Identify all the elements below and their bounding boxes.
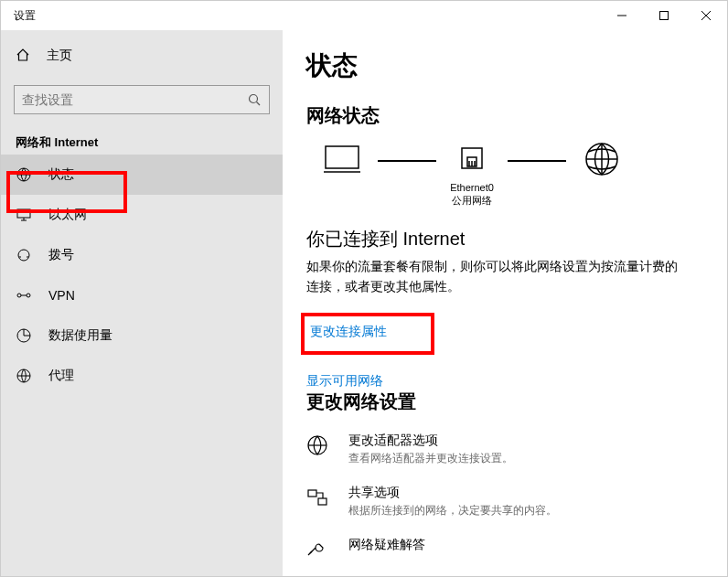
sidebar-item-label: 数据使用量 xyxy=(48,327,112,344)
proxy-icon xyxy=(16,369,32,383)
vpn-icon xyxy=(16,288,32,303)
search-box[interactable] xyxy=(14,85,270,114)
svg-rect-33 xyxy=(318,498,327,505)
option-desc: 查看网络适配器并更改连接设置。 xyxy=(348,451,513,466)
option-title: 更改适配器选项 xyxy=(348,433,513,449)
sidebar-item-label: 拨号 xyxy=(48,247,74,263)
svg-line-34 xyxy=(308,551,312,555)
sidebar-item-ethernet[interactable]: 以太网 xyxy=(1,195,283,235)
sidebar-home[interactable]: 主页 xyxy=(1,36,283,76)
close-button[interactable] xyxy=(685,1,727,30)
diagram-line xyxy=(378,160,436,162)
share-icon xyxy=(306,485,332,511)
section-network-status: 网络状态 xyxy=(306,103,707,128)
sidebar-home-label: 主页 xyxy=(47,48,72,64)
home-icon xyxy=(16,48,30,65)
sidebar-item-status[interactable]: 状态 xyxy=(1,155,283,195)
option-desc: 根据所连接到的网络，决定要共享的内容。 xyxy=(348,503,557,518)
sidebar-item-label: VPN xyxy=(48,288,75,303)
sidebar-item-label: 以太网 xyxy=(48,207,87,223)
adapter-name: Ethernet0 xyxy=(450,181,494,194)
connected-description: 如果你的流量套餐有限制，则你可以将此网络设置为按流量计费的连接，或者更改其他属性… xyxy=(306,257,681,296)
globe-icon xyxy=(306,433,332,459)
change-connection-properties-link[interactable]: 更改连接属性 xyxy=(310,324,387,340)
connected-heading: 你已连接到 Internet xyxy=(306,227,707,251)
dialup-icon xyxy=(16,248,32,262)
network-diagram: Ethernet0 公用网络 xyxy=(310,141,707,210)
highlight-box-link: 更改连接属性 xyxy=(301,313,434,355)
sidebar: 主页 网络和 Internet 状态 xyxy=(1,30,283,576)
sidebar-item-label: 代理 xyxy=(48,368,74,384)
maximize-button[interactable] xyxy=(643,1,685,30)
svg-rect-32 xyxy=(308,490,316,497)
page-title: 状态 xyxy=(306,48,707,83)
sidebar-item-proxy[interactable]: 代理 xyxy=(1,356,283,396)
sidebar-category: 网络和 Internet xyxy=(16,134,283,151)
window-title: 设置 xyxy=(1,8,36,24)
titlebar: 设置 xyxy=(1,1,727,30)
troubleshoot-icon xyxy=(306,537,332,563)
svg-line-5 xyxy=(257,102,261,106)
svg-rect-20 xyxy=(326,146,359,168)
diagram-adapter: Ethernet0 公用网络 xyxy=(440,143,504,208)
option-sharing[interactable]: 共享选项 根据所连接到的网络，决定要共享的内容。 xyxy=(306,485,707,518)
option-title: 共享选项 xyxy=(348,485,557,501)
option-troubleshoot[interactable]: 网络疑难解答 xyxy=(306,537,707,563)
show-available-networks-link[interactable]: 显示可用网络 xyxy=(306,373,383,390)
adapter-type: 公用网络 xyxy=(450,194,494,207)
sidebar-item-label: 状态 xyxy=(48,166,74,183)
globe-icon xyxy=(16,167,32,182)
data-usage-icon xyxy=(16,328,32,343)
sidebar-item-datausage[interactable]: 数据使用量 xyxy=(1,315,283,356)
option-adapter[interactable]: 更改适配器选项 查看网络适配器并更改连接设置。 xyxy=(306,433,707,466)
search-input[interactable] xyxy=(15,92,240,107)
window-controls xyxy=(601,1,727,30)
diagram-line xyxy=(508,160,566,162)
search-icon xyxy=(240,93,269,106)
svg-point-15 xyxy=(27,294,30,297)
main-content: 状态 网络状态 xyxy=(283,30,727,576)
monitor-icon xyxy=(16,208,32,222)
svg-rect-8 xyxy=(17,209,30,218)
svg-point-14 xyxy=(17,294,21,297)
section-change-network-settings: 更改网络设置 xyxy=(306,390,707,414)
svg-point-11 xyxy=(18,250,29,261)
minimize-button[interactable] xyxy=(601,1,643,30)
option-title: 网络疑难解答 xyxy=(348,537,425,553)
sidebar-item-vpn[interactable]: VPN xyxy=(1,275,283,315)
svg-point-4 xyxy=(250,95,258,103)
svg-rect-1 xyxy=(660,12,669,20)
diagram-internet xyxy=(570,141,634,210)
diagram-pc xyxy=(310,143,374,208)
sidebar-item-dialup[interactable]: 拨号 xyxy=(1,235,283,275)
